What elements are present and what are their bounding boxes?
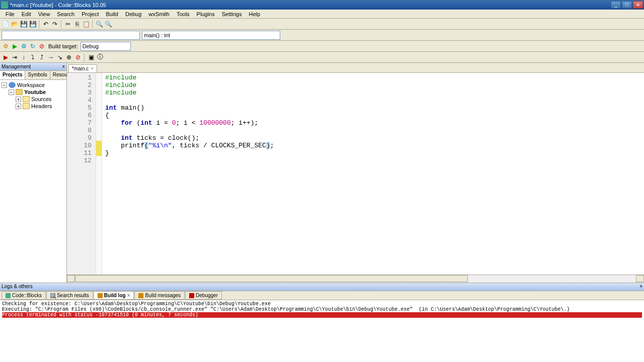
log-tab-debugger[interactable]: Debugger	[185, 291, 222, 300]
menu-project[interactable]: Project	[78, 10, 102, 18]
log-line: Executing: "C:\Program Files (x86)\CodeB…	[2, 307, 642, 312]
menu-help[interactable]: Help	[245, 10, 264, 18]
logs-title-text: Logs & others	[2, 284, 33, 290]
menu-plugins[interactable]: Plugins	[193, 10, 218, 18]
marker-margin	[96, 73, 102, 275]
run-icon[interactable]: ▶	[11, 42, 19, 50]
maximize-button[interactable]: □	[622, 1, 632, 9]
folder-icon	[23, 96, 30, 102]
menubar: File Edit View Search Project Build Debu…	[0, 10, 644, 19]
menu-build[interactable]: Build	[102, 10, 121, 18]
step-out-icon[interactable]: ⤴	[38, 53, 46, 61]
break-icon[interactable]: ⊗	[65, 53, 73, 61]
separator	[61, 20, 62, 28]
log-tab-buildmsg[interactable]: Build messages	[134, 291, 185, 300]
project-icon	[16, 89, 23, 95]
expand-icon[interactable]: +	[16, 97, 21, 102]
menu-search[interactable]: Search	[53, 10, 78, 18]
scope-combo[interactable]	[2, 31, 140, 40]
log-tab-codeblocks[interactable]: Code::Blocks	[2, 291, 46, 300]
menu-wxsmith[interactable]: wxSmith	[145, 10, 173, 18]
tab-label: Build messages	[145, 293, 181, 298]
replace-icon[interactable]: 🔍	[104, 20, 112, 28]
tree-label: Sources	[31, 96, 51, 102]
tab-label: Debugger	[196, 293, 218, 298]
expand-icon[interactable]: −	[9, 89, 14, 95]
copy-icon[interactable]: ⎘	[73, 20, 81, 28]
log-line: Checking for existence: C:\Users\Adam\De…	[2, 301, 642, 307]
tree-label: Headers	[31, 103, 52, 109]
logs-panel: Logs & others × Code::Blocks 🔍Search res…	[0, 283, 644, 362]
debug-windows-icon[interactable]: ▣	[87, 53, 95, 61]
paste-icon[interactable]: 📋	[82, 20, 90, 28]
tab-symbols[interactable]: Symbols	[25, 71, 50, 79]
tree-label: Workspace	[17, 82, 45, 88]
scroll-thumb[interactable]	[75, 275, 468, 282]
build-target-combo[interactable]	[80, 42, 131, 51]
logs-title: Logs & others ×	[0, 283, 644, 291]
cut-icon[interactable]: ✂	[64, 20, 72, 28]
tab-label: Build log	[104, 293, 126, 298]
next-line-icon[interactable]: ↓	[20, 53, 28, 61]
log-line-error: Process terminated with status -10737415…	[2, 312, 642, 318]
tree-folder-headers[interactable]: + Headers	[2, 103, 65, 110]
menu-view[interactable]: View	[35, 10, 54, 18]
redo-icon[interactable]: ↷	[51, 20, 59, 28]
log-tab-buildlog[interactable]: Build log×	[94, 291, 134, 300]
menu-tools[interactable]: Tools	[173, 10, 193, 18]
log-tab-search[interactable]: 🔍Search results	[46, 291, 93, 300]
save-icon[interactable]: 💾	[20, 20, 28, 28]
menu-file[interactable]: File	[2, 10, 18, 18]
stop-debug-icon[interactable]: ⊘	[74, 53, 82, 61]
expand-icon[interactable]: −	[2, 82, 7, 88]
find-icon[interactable]: 🔍	[95, 20, 103, 28]
run-to-cursor-icon[interactable]: ⇥	[11, 53, 19, 61]
tree-folder-sources[interactable]: + Sources	[2, 96, 65, 103]
tree-label: Youtube	[24, 89, 46, 95]
project-tree[interactable]: − Workspace − Youtube + Sources + Header…	[0, 80, 66, 283]
tab-projects[interactable]: Projects	[0, 71, 25, 79]
management-panel: Management × Projects Symbols Resou − Wo…	[0, 63, 67, 283]
tree-project[interactable]: − Youtube	[2, 88, 65, 96]
step-instr-icon[interactable]: ↘	[56, 53, 64, 61]
save-all-icon[interactable]: 💾	[29, 20, 37, 28]
symbol-combo[interactable]	[142, 31, 280, 40]
build-run-icon[interactable]: ⚙	[20, 42, 28, 50]
step-into-icon[interactable]: ⤵	[29, 53, 37, 61]
debug-toolbar: ▶ ⇥ ↓ ⤵ ⤴ → ↘ ⊗ ⊘ ▣ ⓘ	[0, 52, 644, 63]
undo-icon[interactable]: ↶	[42, 20, 50, 28]
scroll-right-icon[interactable]	[636, 275, 644, 282]
window-title: *main.c [Youtube] - Code::Blocks 10.05	[10, 2, 611, 8]
menu-settings[interactable]: Settings	[218, 10, 246, 18]
info-icon[interactable]: ⓘ	[96, 53, 104, 61]
log-output[interactable]: Checking for existence: C:\Users\Adam\De…	[0, 300, 644, 362]
folder-icon	[23, 103, 30, 109]
horizontal-scrollbar[interactable]	[67, 275, 644, 283]
next-instr-icon[interactable]: →	[47, 53, 55, 61]
rebuild-icon[interactable]: ↻	[29, 42, 37, 50]
toolbar-file: 📄 📂 💾 💾 ↶ ↷ ✂ ⎘ 📋 🔍 🔍	[0, 19, 644, 30]
code-editor[interactable]: #include #include #include int main(){ f…	[102, 73, 644, 275]
panel-close-icon[interactable]: ×	[62, 64, 65, 69]
debug-start-icon[interactable]: ▶	[2, 53, 10, 61]
tree-workspace[interactable]: − Workspace	[2, 81, 65, 88]
abort-icon[interactable]: ⊘	[38, 42, 46, 50]
scroll-left-icon[interactable]	[67, 275, 75, 282]
tab-label: Search results	[57, 293, 89, 298]
build-toolbar: ⚙ ▶ ⚙ ↻ ⊘ Build target:	[0, 41, 644, 52]
workspace-icon	[9, 82, 16, 88]
menu-debug[interactable]: Debug	[122, 10, 145, 18]
build-icon[interactable]: ⚙	[2, 42, 10, 50]
tab-close-icon[interactable]: ×	[91, 66, 94, 71]
expand-icon[interactable]: +	[16, 104, 21, 109]
editor-area: *main.c × 123456789101112 #include #incl…	[67, 63, 644, 283]
menu-edit[interactable]: Edit	[18, 10, 35, 18]
titlebar: *main.c [Youtube] - Code::Blocks 10.05 _…	[0, 0, 644, 10]
logs-close-icon[interactable]: ×	[639, 284, 642, 290]
tab-close-icon[interactable]: ×	[127, 293, 130, 298]
editor-tab[interactable]: *main.c ×	[68, 64, 97, 72]
open-file-icon[interactable]: 📂	[11, 20, 19, 28]
close-button[interactable]: ✕	[633, 1, 643, 9]
minimize-button[interactable]: _	[611, 1, 621, 9]
new-file-icon[interactable]: 📄	[2, 20, 10, 28]
